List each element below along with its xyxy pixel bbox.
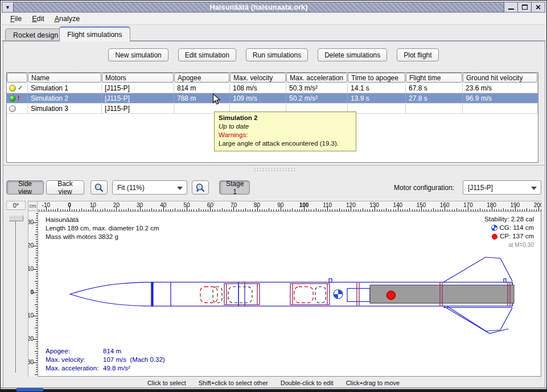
column-header-max-acceleration[interactable]: Max. acceleration bbox=[286, 73, 347, 82]
table-cell[interactable]: 14.1 s bbox=[348, 83, 406, 93]
table-header: NameMotorsApogeeMax. velocityMax. accele… bbox=[7, 73, 538, 83]
window-menu-icon[interactable]: ▼ bbox=[2, 2, 14, 12]
minimize-icon bbox=[508, 9, 514, 10]
apogee-value: 814 m bbox=[103, 347, 121, 356]
table-cell[interactable]: [J115-P] bbox=[102, 104, 174, 113]
table-cell[interactable] bbox=[406, 104, 463, 113]
table-cell[interactable]: 788 m bbox=[174, 93, 230, 103]
rotation-angle-value: 0° bbox=[6, 201, 26, 210]
chevron-down-icon bbox=[177, 187, 183, 190]
column-header-max-velocity[interactable]: Max. velocity bbox=[230, 73, 286, 82]
ruler-label: 20 bbox=[28, 336, 34, 342]
column-header-ground-hit-velocity[interactable]: Ground hit velocity bbox=[463, 73, 537, 82]
side-view-button[interactable]: Side view bbox=[6, 180, 44, 195]
status-ball-yellow-icon bbox=[9, 85, 16, 92]
column-header-name[interactable]: Name bbox=[28, 73, 101, 82]
zoom-select[interactable]: Fit (11%) bbox=[112, 180, 187, 195]
split-pane-divider[interactable] bbox=[3, 165, 545, 172]
column-header-motors[interactable]: Motors bbox=[102, 73, 174, 82]
stage-1-toggle[interactable]: Stage 1 bbox=[219, 180, 250, 195]
plot-flight-button[interactable]: Plot flight bbox=[397, 48, 438, 61]
table-cell[interactable]: 23.6 m/s bbox=[463, 83, 538, 93]
table-cell[interactable]: 67.8 s bbox=[406, 83, 463, 93]
ruler-label: 80 bbox=[250, 202, 265, 208]
ruler-label: 140 bbox=[390, 202, 405, 208]
status-ball-gray-icon bbox=[9, 105, 16, 112]
hint-click-to-select: Click to select bbox=[147, 379, 186, 386]
ruler-label: 190 bbox=[508, 202, 523, 208]
resize-accent bbox=[17, 388, 43, 391]
maximize-button[interactable] bbox=[517, 2, 531, 12]
zoom-out-button[interactable] bbox=[91, 180, 108, 195]
ruler-label: 100 bbox=[297, 202, 311, 208]
ruler-label: 60 bbox=[203, 202, 217, 208]
edit-simulation-button[interactable]: Edit simulation bbox=[178, 48, 236, 61]
fin-lower-2 bbox=[447, 306, 508, 333]
zoom-in-button[interactable] bbox=[192, 180, 209, 195]
ruler-label: 0 bbox=[62, 202, 77, 208]
table-cell[interactable]: 109 m/s bbox=[230, 93, 286, 103]
table-cell[interactable]: 13.9 s bbox=[348, 93, 406, 103]
table-cell[interactable]: [J115-P] bbox=[102, 93, 174, 103]
column-header-apogee[interactable]: Apogee bbox=[174, 73, 229, 82]
status-ball-green-icon bbox=[9, 95, 16, 102]
close-button[interactable]: ✕ bbox=[531, 2, 545, 12]
table-row[interactable]: ✓Simulation 1[J115-P]814 m108 m/s50.3 m/… bbox=[7, 83, 538, 93]
ruler-label: -10 bbox=[39, 202, 54, 208]
table-row[interactable]: !Simulation 2[J115-P]788 m109 m/s50.2 m/… bbox=[7, 93, 538, 104]
table-cell[interactable]: 108 m/s bbox=[230, 83, 286, 93]
magnifier-icon bbox=[94, 183, 104, 193]
tab-rocket-design[interactable]: Rocket design bbox=[5, 28, 66, 42]
delete-simulations-button[interactable]: Delete simulations bbox=[318, 48, 387, 61]
table-cell[interactable]: 96.9 m/s bbox=[463, 93, 538, 103]
ruler-label: 90 bbox=[273, 202, 288, 208]
ruler-label: 120 bbox=[343, 202, 358, 208]
view-toolbar: Side view Back view Fit (11%) Stage 1 Mo… bbox=[1, 180, 546, 195]
table-cell[interactable]: [J115-P] bbox=[102, 83, 174, 93]
ruler-label: -10 bbox=[28, 266, 34, 272]
tab-flight-simulations[interactable]: Flight simulations bbox=[59, 26, 130, 42]
table-cell[interactable]: 27.8 s bbox=[406, 93, 463, 103]
cg-symbol bbox=[334, 290, 343, 299]
menu-file[interactable]: File bbox=[5, 14, 27, 24]
status-cell bbox=[7, 104, 28, 113]
table-body: ✓Simulation 1[J115-P]814 m108 m/s50.3 m/… bbox=[7, 83, 538, 114]
cp-symbol bbox=[387, 291, 396, 300]
tooltip-warning-text: Large angle of attack encountered (19.3)… bbox=[219, 139, 352, 148]
status-mark-icon: ! bbox=[18, 95, 20, 101]
ruler-label: 150 bbox=[414, 202, 429, 208]
mouse-cursor bbox=[212, 93, 221, 106]
max-velocity-label: Max. velocity: bbox=[46, 356, 103, 364]
rotation-slider-handle[interactable] bbox=[9, 215, 23, 221]
table-cell[interactable]: Simulation 1 bbox=[28, 83, 102, 93]
menu-analyze[interactable]: Analyze bbox=[50, 14, 85, 24]
table-cell[interactable]: Simulation 2 bbox=[28, 93, 102, 103]
menu-edit[interactable]: Edit bbox=[27, 14, 50, 24]
nose-cone bbox=[70, 282, 151, 306]
table-cell[interactable]: 50.2 m/s² bbox=[286, 93, 348, 103]
ruler-unit-label: cm bbox=[28, 201, 38, 211]
rotation-slider[interactable] bbox=[15, 221, 17, 373]
tooltip-warnings-label: Warnings: bbox=[219, 131, 352, 139]
column-header-time-to-apogee[interactable]: Time to apogee bbox=[348, 73, 405, 82]
title-bar[interactable]: ▼ Haisunäätä (haisunaata.ork) ✕ bbox=[2, 2, 545, 13]
inner-tube bbox=[347, 288, 370, 302]
column-header-status[interactable] bbox=[7, 73, 27, 82]
table-cell[interactable] bbox=[463, 104, 538, 113]
table-cell[interactable]: 50.3 m/s² bbox=[286, 83, 348, 93]
new-simulation-button[interactable]: New simulation bbox=[108, 48, 168, 61]
run-simulations-button[interactable]: Run simulations bbox=[246, 48, 308, 61]
back-view-button[interactable]: Back view bbox=[46, 180, 84, 195]
fin-lower bbox=[443, 306, 512, 331]
ruler-label: 0 bbox=[28, 289, 34, 295]
status-cell: ! bbox=[7, 93, 28, 103]
ruler-label: 110 bbox=[320, 202, 335, 208]
minimize-button[interactable] bbox=[504, 2, 517, 12]
motor-configuration-select[interactable]: [J115-P] bbox=[463, 180, 541, 195]
column-header-flight-time[interactable]: Flight time bbox=[406, 73, 462, 82]
rocket-view-canvas[interactable]: Haisunäätä Length 189 cm, max. diameter … bbox=[38, 211, 541, 377]
table-cell[interactable]: 814 m bbox=[174, 83, 230, 93]
table-cell[interactable]: Simulation 3 bbox=[28, 104, 102, 113]
table-cell[interactable] bbox=[348, 104, 406, 113]
ruler-label: -20 bbox=[28, 242, 34, 249]
